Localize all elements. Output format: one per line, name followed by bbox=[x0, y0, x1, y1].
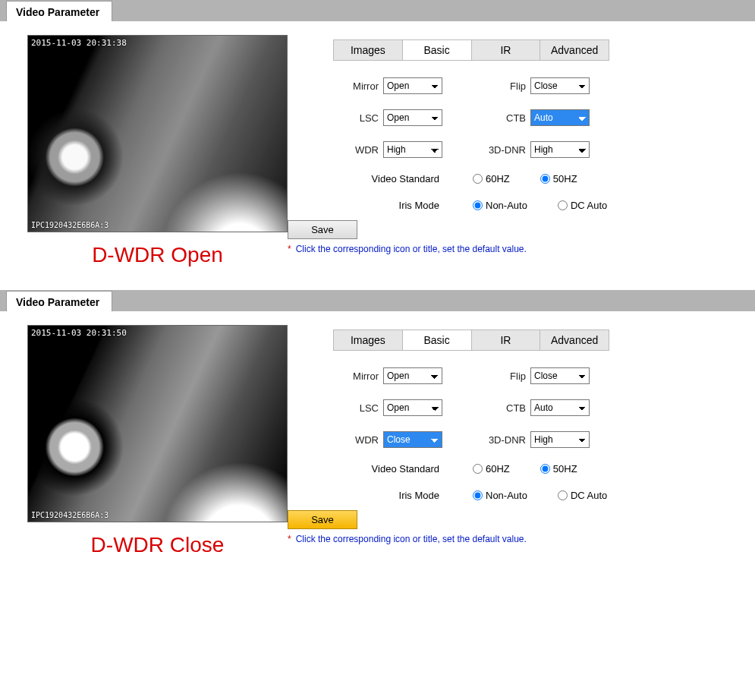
iris-nonauto-radio[interactable] bbox=[473, 490, 483, 500]
flip-select[interactable]: Close bbox=[530, 367, 590, 384]
iris-dcauto-radio[interactable] bbox=[558, 200, 568, 210]
section-tab[interactable]: Video Parameter bbox=[6, 1, 112, 21]
video-std-60hz-label: 60HZ bbox=[486, 463, 510, 475]
tab-basic[interactable]: Basic bbox=[403, 330, 472, 350]
flip-label: Flip bbox=[473, 370, 526, 382]
dnr-select[interactable]: High bbox=[530, 431, 590, 448]
dnr-select[interactable]: High bbox=[530, 141, 590, 158]
video-standard-label: Video Standard bbox=[326, 463, 439, 475]
flip-select[interactable]: Close bbox=[530, 77, 590, 94]
iris-mode-label: Iris Mode bbox=[326, 490, 439, 501]
video-preview: 2015-11-03 20:31:38 IPC1920432E6B6A:3 bbox=[27, 35, 288, 232]
preview-osd: IPC1920432E6B6A:3 bbox=[31, 511, 109, 519]
video-std-50hz-label: 50HZ bbox=[553, 173, 577, 184]
video-std-60hz-radio[interactable] bbox=[473, 464, 483, 474]
mirror-label: Mirror bbox=[326, 80, 379, 92]
wdr-label: WDR bbox=[326, 434, 379, 446]
ctb-label: CTB bbox=[473, 112, 526, 124]
preview-timestamp: 2015-11-03 20:31:50 bbox=[31, 328, 127, 338]
video-std-60hz-radio[interactable] bbox=[473, 174, 483, 184]
iris-dcauto-label: DC Auto bbox=[571, 490, 607, 501]
dnr-label: 3D-DNR bbox=[473, 434, 526, 446]
iris-mode-label: Iris Mode bbox=[326, 200, 439, 211]
tab-ir[interactable]: IR bbox=[472, 330, 541, 350]
tab-advanced[interactable]: Advanced bbox=[540, 330, 609, 350]
hint-text: *Click the corresponding icon or title, … bbox=[288, 244, 755, 254]
tab-advanced[interactable]: Advanced bbox=[540, 40, 609, 60]
tab-ir[interactable]: IR bbox=[472, 40, 541, 60]
tab-images[interactable]: Images bbox=[334, 330, 403, 350]
lsc-select[interactable]: Open bbox=[383, 109, 442, 126]
ctb-select[interactable]: Auto bbox=[530, 399, 590, 416]
iris-dcauto-label: DC Auto bbox=[571, 200, 607, 211]
video-parameter-section-2: Video Parameter 2015-11-03 20:31:50 IPC1… bbox=[0, 290, 755, 557]
mirror-label: Mirror bbox=[326, 370, 379, 382]
video-preview: 2015-11-03 20:31:50 IPC1920432E6B6A:3 bbox=[27, 325, 288, 522]
flip-label: Flip bbox=[473, 80, 526, 92]
header-bar: Video Parameter bbox=[0, 290, 755, 311]
mirror-select[interactable]: Open bbox=[383, 77, 442, 94]
caption-text: D-WDR Open bbox=[92, 243, 223, 267]
iris-nonauto-label: Non-Auto bbox=[486, 200, 527, 211]
preview-timestamp: 2015-11-03 20:31:38 bbox=[31, 38, 127, 48]
save-button[interactable]: Save bbox=[288, 220, 357, 239]
ctb-select[interactable]: Auto bbox=[530, 109, 590, 126]
wdr-select[interactable]: High bbox=[383, 141, 442, 158]
lsc-label: LSC bbox=[326, 112, 379, 124]
preview-osd: IPC1920432E6B6A:3 bbox=[31, 221, 109, 229]
video-parameter-section-1: Video Parameter 2015-11-03 20:31:38 IPC1… bbox=[0, 0, 755, 267]
lsc-label: LSC bbox=[326, 402, 379, 414]
section-tab[interactable]: Video Parameter bbox=[6, 291, 112, 311]
video-std-50hz-label: 50HZ bbox=[553, 463, 577, 475]
iris-nonauto-radio[interactable] bbox=[473, 200, 483, 210]
header-bar: Video Parameter bbox=[0, 0, 755, 21]
video-std-50hz-radio[interactable] bbox=[540, 174, 550, 184]
dnr-label: 3D-DNR bbox=[473, 144, 526, 156]
tab-basic[interactable]: Basic bbox=[403, 40, 472, 60]
iris-nonauto-label: Non-Auto bbox=[486, 490, 527, 501]
wdr-select[interactable]: Close bbox=[383, 431, 442, 448]
video-std-60hz-label: 60HZ bbox=[486, 173, 510, 184]
wdr-label: WDR bbox=[326, 144, 379, 156]
lsc-select[interactable]: Open bbox=[383, 399, 442, 416]
tab-images[interactable]: Images bbox=[334, 40, 403, 60]
iris-dcauto-radio[interactable] bbox=[558, 490, 568, 500]
video-std-50hz-radio[interactable] bbox=[540, 464, 550, 474]
save-button[interactable]: Save bbox=[288, 510, 357, 529]
settings-tabs: Images Basic IR Advanced bbox=[333, 330, 609, 351]
mirror-select[interactable]: Open bbox=[383, 367, 442, 384]
video-standard-label: Video Standard bbox=[326, 173, 439, 184]
ctb-label: CTB bbox=[473, 402, 526, 414]
settings-tabs: Images Basic IR Advanced bbox=[333, 39, 609, 61]
hint-text: *Click the corresponding icon or title, … bbox=[288, 534, 755, 544]
caption-text: D-WDR Close bbox=[91, 533, 225, 557]
